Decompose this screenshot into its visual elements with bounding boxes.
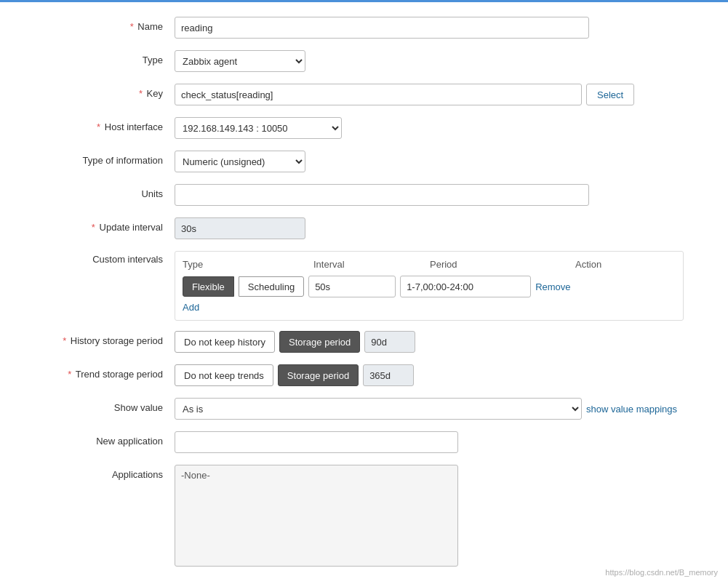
- list-item[interactable]: -None-: [175, 465, 457, 485]
- key-label: * Key: [29, 84, 175, 99]
- ci-remove-button[interactable]: Remove: [535, 281, 570, 292]
- new-application-label: New application: [29, 431, 175, 447]
- type-select[interactable]: Zabbix agent Zabbix agent (active) Simpl…: [175, 50, 305, 72]
- custom-intervals-label: Custom intervals: [29, 251, 175, 265]
- custom-intervals-control: Type Interval Period Action Flexible Sch…: [175, 251, 699, 321]
- ci-interval-header: Interval: [313, 259, 430, 270]
- type-of-info-select[interactable]: Numeric (unsigned) Numeric (float) Chara…: [175, 151, 305, 172]
- new-application-control: [175, 431, 699, 453]
- scheduling-button[interactable]: Scheduling: [239, 276, 304, 297]
- units-control: [175, 184, 699, 206]
- update-interval-control: [175, 217, 699, 239]
- applications-control: -None-: [175, 465, 699, 567]
- key-control: Select: [175, 84, 699, 105]
- units-label: Units: [29, 184, 175, 199]
- name-control: [175, 17, 699, 39]
- host-interface-row: * Host interface 192.168.149.143 : 10050: [29, 117, 699, 140]
- history-storage-period-button[interactable]: Storage period: [279, 331, 360, 353]
- type-of-info-control: Numeric (unsigned) Numeric (float) Chara…: [175, 151, 699, 172]
- ci-interval-input[interactable]: [308, 276, 396, 297]
- new-application-input[interactable]: [175, 431, 458, 453]
- ci-add-row: Add: [183, 302, 676, 313]
- name-row: * Name: [29, 17, 699, 40]
- flexible-button[interactable]: Flexible: [183, 276, 234, 297]
- trend-storage-label: * Trend storage period: [29, 364, 175, 380]
- watermark: https://blog.csdn.net/B_memory: [605, 568, 718, 577]
- history-no-keep-button[interactable]: Do not keep history: [175, 331, 275, 353]
- ci-header: Type Interval Period Action: [183, 259, 676, 270]
- update-interval-label: * Update interval: [29, 217, 175, 233]
- name-required: *: [130, 21, 134, 32]
- show-value-select[interactable]: As is: [175, 398, 582, 420]
- custom-intervals-wrapper: Type Interval Period Action Flexible Sch…: [175, 251, 684, 321]
- show-value-control: As is show value mappings: [175, 398, 699, 420]
- show-value-label: Show value: [29, 398, 175, 413]
- type-control: Zabbix agent Zabbix agent (active) Simpl…: [175, 50, 699, 72]
- key-row: * Key Select: [29, 84, 699, 107]
- update-interval-row: * Update interval: [29, 217, 699, 241]
- custom-intervals-row: Custom intervals Type Interval Period Ac…: [29, 251, 699, 321]
- applications-row: Applications -None-: [29, 465, 699, 567]
- name-input[interactable]: [175, 17, 589, 39]
- type-of-info-row: Type of information Numeric (unsigned) N…: [29, 151, 699, 174]
- units-row: Units: [29, 184, 699, 207]
- trend-storage-group: Do not keep trends Storage period: [175, 364, 414, 386]
- new-application-row: New application: [29, 431, 699, 455]
- show-value-row: Show value As is show value mappings: [29, 398, 699, 421]
- ci-period-header: Period: [430, 259, 575, 270]
- units-input[interactable]: [175, 184, 589, 206]
- history-storage-label: * History storage period: [29, 331, 175, 346]
- history-storage-row: * History storage period Do not keep his…: [29, 331, 699, 354]
- type-label: Type: [29, 50, 175, 65]
- trend-storage-control: Do not keep trends Storage period: [175, 364, 699, 386]
- ci-add-button[interactable]: Add: [183, 302, 199, 313]
- trend-storage-input[interactable]: [363, 364, 414, 386]
- host-interface-label: * Host interface: [29, 117, 175, 132]
- applications-list[interactable]: -None-: [175, 465, 458, 567]
- history-storage-input[interactable]: [364, 331, 415, 353]
- key-select-button[interactable]: Select: [586, 84, 634, 105]
- ci-type-header: Type: [183, 259, 313, 270]
- type-of-info-label: Type of information: [29, 151, 175, 166]
- ci-row-1: Flexible Scheduling Remove: [183, 276, 676, 297]
- applications-label: Applications: [29, 465, 175, 480]
- history-storage-control: Do not keep history Storage period: [175, 331, 699, 353]
- ci-action-header: Action: [575, 259, 676, 270]
- name-label: * Name: [29, 17, 175, 32]
- update-interval-input[interactable]: [175, 217, 305, 239]
- ci-period-input[interactable]: [400, 276, 531, 297]
- trend-storage-period-button[interactable]: Storage period: [278, 364, 359, 386]
- type-row: Type Zabbix agent Zabbix agent (active) …: [29, 50, 699, 73]
- host-interface-select[interactable]: 192.168.149.143 : 10050: [175, 117, 342, 139]
- key-input[interactable]: [175, 84, 582, 105]
- trend-no-keep-button[interactable]: Do not keep trends: [175, 364, 273, 386]
- show-value-mappings-link[interactable]: show value mappings: [586, 404, 677, 415]
- trend-storage-row: * Trend storage period Do not keep trend…: [29, 364, 699, 388]
- host-interface-control: 192.168.149.143 : 10050: [175, 117, 699, 139]
- history-storage-group: Do not keep history Storage period: [175, 331, 415, 353]
